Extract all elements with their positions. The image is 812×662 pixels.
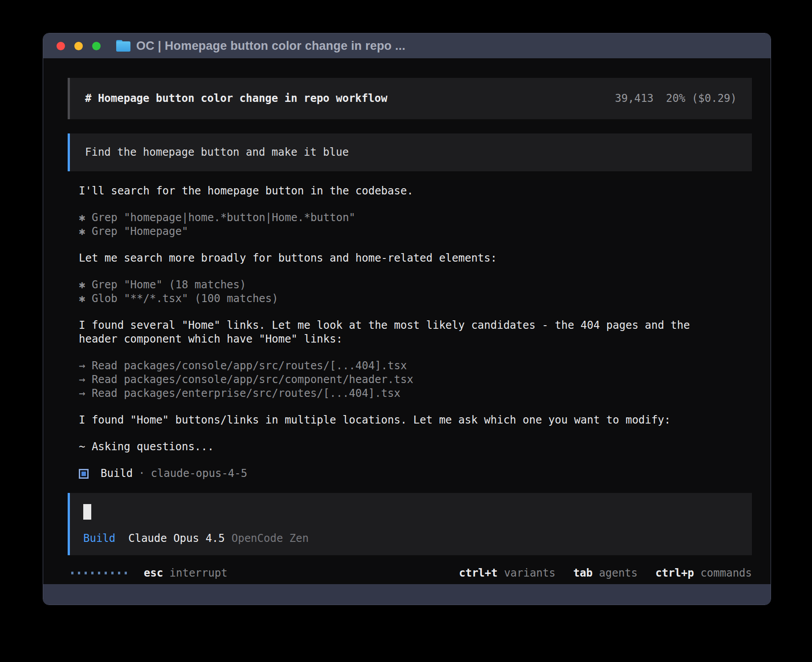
input-meta: Build Claude Opus 4.5 OpenCode Zen [83,532,739,545]
tool-call: → Read packages/console/app/src/componen… [79,373,752,387]
shortcut-interrupt: esc interrupt [144,566,227,580]
shortcut-commands: ctrl+p commands [655,566,752,580]
user-message-text: Find the homepage button and make it blu… [85,146,349,158]
agent-badge: Build · claude-opus-4-5 [79,467,752,480]
minimize-button[interactable] [74,42,83,50]
window-title: OC | Homepage button color change in rep… [136,39,406,53]
token-count: 39,413 [615,92,654,105]
context-cost: 20% ($0.29) [666,92,737,105]
terminal-content: # Homepage button color change in repo w… [43,58,771,584]
close-button[interactable] [57,42,65,50]
assistant-text: I found "Home" buttons/links in multiple… [79,413,752,427]
build-agent-icon [79,469,89,479]
folder-icon [116,40,130,52]
tool-call: ✱ Grep "Homepage" [79,225,752,238]
provider-label: OpenCode Zen [231,532,309,545]
asking-questions-status: ~ Asking questions... [79,440,752,454]
agent-name: Build [101,467,133,480]
window-footer [43,584,771,605]
terminal-window: OC | Homepage button color change in rep… [43,33,771,605]
prompt-input[interactable]: Build Claude Opus 4.5 OpenCode Zen [68,493,752,555]
mode-label: Build [83,532,115,545]
tool-calls-read: → Read packages/console/app/src/routes/[… [79,359,752,400]
tool-call: ✱ Grep "homepage|home.*button|Home.*butt… [79,211,752,225]
agent-model: claude-opus-4-5 [151,467,248,480]
tool-calls-grep: ✱ Grep "homepage|home.*button|Home.*butt… [79,211,752,238]
tool-calls-search: ✱ Grep "Home" (18 matches) ✱ Glob "**/*.… [79,278,752,306]
zoom-button[interactable] [92,42,101,50]
activity-dots-icon [71,572,127,574]
session-stats: 39,41320% ($0.29) [615,92,737,105]
assistant-text: I found several "Home" links. Let me loo… [79,319,752,346]
assistant-text: I'll search for the homepage button in t… [79,184,752,198]
assistant-transcript: I'll search for the homepage button in t… [68,171,752,480]
tool-call: → Read packages/enterprise/src/routes/[.… [79,387,752,400]
separator-dot: · [138,467,145,480]
assistant-text: Let me search more broadly for buttons a… [79,251,752,265]
status-bar: esc interrupt ctrl+t variants tab agents… [68,564,752,582]
titlebar: OC | Homepage button color change in rep… [43,33,771,58]
tool-call: → Read packages/console/app/src/routes/[… [79,359,752,373]
shortcut-hints: ctrl+t variants tab agents ctrl+p comman… [459,566,752,580]
tool-call: ✱ Glob "**/*.tsx" (100 matches) [79,292,752,306]
session-header: # Homepage button color change in repo w… [68,78,752,119]
user-message: Find the homepage button and make it blu… [68,133,752,171]
session-title: # Homepage button color change in repo w… [85,92,387,105]
text-cursor [83,504,91,520]
model-label: Claude Opus 4.5 [128,532,225,545]
shortcut-agents: tab agents [573,566,638,580]
tool-call: ✱ Grep "Home" (18 matches) [79,278,752,292]
shortcut-variants: ctrl+t variants [459,566,556,580]
